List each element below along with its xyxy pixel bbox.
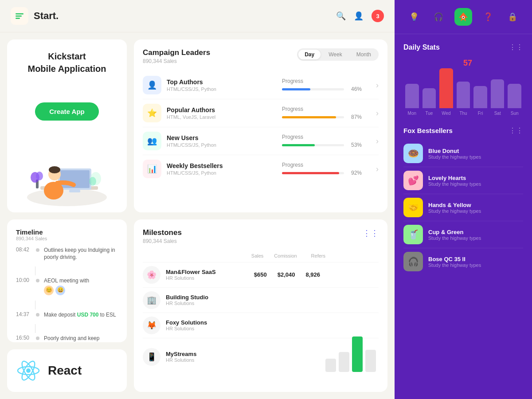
header: Start. 🔍 👤 3 — [0, 0, 395, 32]
col-commission: Comission — [274, 253, 297, 258]
search-icon[interactable]: 🔍 — [336, 11, 346, 21]
bar-rect — [491, 79, 505, 108]
progress-percent: 92% — [351, 170, 362, 176]
milestones-subtitle: 890,344 Sales — [143, 238, 182, 244]
tl-avatar: 😊 — [44, 286, 54, 295]
bar-day-label: Mon — [408, 111, 416, 116]
milestone-name: Foxy Solutions — [166, 319, 235, 326]
tab-month[interactable]: Month — [350, 50, 377, 59]
row-progress: Progress 46% — [282, 78, 371, 92]
milestone-name: Man&Flower SaaS — [166, 269, 249, 275]
logo-icon — [11, 7, 28, 25]
tl-dot — [36, 336, 39, 340]
progress-bar-fill — [282, 144, 315, 146]
bestseller-row: 💕 Lovely Hearts Study the highway types — [403, 167, 523, 194]
tl-dot — [36, 279, 39, 282]
bestseller-name: Cup & Green — [428, 229, 523, 235]
milestone-row: 🌸 Man&Flower SaaS HR Solutions $650 $2,0… — [143, 262, 379, 288]
progress-bar-bg — [282, 172, 344, 174]
progress-percent: 53% — [351, 142, 362, 148]
row-info: Weekly Bestsellers HTML/CSS/JS, Python — [167, 162, 277, 176]
bar-rect — [457, 82, 470, 108]
bar-day-label: Fri — [478, 111, 483, 116]
milestones-more-icon[interactable]: ⋮⋮ — [363, 228, 379, 238]
row-icon: 👤 — [143, 76, 161, 94]
progress-bar-fill — [282, 88, 310, 90]
bar-day-label: Sun — [511, 111, 519, 116]
milestone-info: Building Studio HR Solutions — [166, 294, 235, 306]
milestones-title-group: Milestones 890,344 Sales — [143, 228, 182, 244]
row-name: New Users — [167, 134, 277, 141]
progress-bar-group: 92% — [282, 170, 371, 176]
bar-item: Sat — [491, 79, 505, 116]
row-arrow-icon[interactable]: › — [376, 164, 379, 174]
row-progress: Progress 92% — [282, 162, 371, 176]
bar-item: Thu — [457, 82, 470, 116]
header-right: 🔍 👤 3 — [336, 10, 384, 22]
row-arrow-icon[interactable]: › — [376, 81, 379, 90]
bestseller-sub: Study the highway types — [428, 208, 523, 214]
bar-rect — [473, 86, 487, 108]
bestsellers-more-icon[interactable]: ⋮⋮ — [509, 126, 523, 135]
notification-badge[interactable]: 3 — [372, 10, 384, 22]
user-icon[interactable]: 👤 — [354, 11, 364, 21]
tl-dot — [36, 313, 39, 317]
svg-rect-7 — [69, 190, 80, 192]
milestone-info: MyStreams HR Solutions — [166, 351, 235, 363]
row-arrow-icon[interactable]: › — [376, 109, 379, 118]
content-area: Kickstart Mobile Application Create App — [0, 32, 395, 399]
bar-day-label: Thu — [459, 111, 467, 116]
row-progress: Progress 53% — [282, 134, 371, 148]
bar-item: Mon — [405, 84, 419, 116]
timeline-title: Timeline — [16, 228, 118, 236]
progress-percent: 87% — [351, 114, 362, 120]
bestseller-row: 🤝 Hands & Yellow Study the highway types — [403, 194, 523, 221]
question-icon-btn[interactable]: ❓ — [479, 8, 497, 26]
lock-icon-btn[interactable]: 🔒 — [504, 8, 521, 26]
row-tech: HTML/CSS/JS, Python — [167, 86, 277, 92]
milestone-row: 🏢 Building Studio HR Solutions — [143, 288, 379, 313]
tl-time: 10:00 — [16, 277, 31, 283]
bar-item: Fri — [473, 86, 487, 116]
daily-stats-more-icon[interactable]: ⋮⋮ — [509, 43, 523, 51]
bestseller-sub: Study the highway types — [428, 262, 523, 268]
milestone-icon: 📱 — [143, 348, 160, 366]
right-sidebar: 💡 🎧 ❓ 🔒 Daily Stats ⋮⋮ 57 Mon Tue — [395, 0, 532, 399]
campaign-tabs: Day Week Month — [297, 48, 379, 61]
timeline-item: 10:00 AEOL meeting with 😊 😄 — [16, 277, 118, 295]
row-arrow-icon[interactable]: › — [376, 137, 379, 146]
bar-rect — [405, 84, 419, 108]
row-info: New Users HTML/CSS/JS, Python — [167, 134, 277, 148]
daily-stats-title: Daily Stats — [403, 43, 440, 51]
bestseller-row: 🥤 Cup & Green Study the highway types — [403, 221, 523, 248]
progress-percent: 46% — [351, 86, 362, 92]
react-label: React — [48, 364, 82, 378]
react-logo-icon — [16, 358, 41, 383]
react-card: React — [7, 349, 127, 392]
tl-time: 08:42 — [16, 246, 31, 253]
milestone-sub: HR Solutions — [166, 326, 235, 331]
headphone-icon-btn[interactable]: 🎧 — [430, 8, 447, 26]
row-tech: HTML, VueJS, Laravel — [167, 114, 277, 120]
tl-text: Make deposit USD 700 to ESL — [44, 311, 116, 319]
kickstart-illustration — [23, 149, 111, 202]
bar-rect — [439, 68, 453, 108]
bestseller-image: 🍩 — [403, 144, 423, 163]
bestseller-name: Bose QC 35 II — [428, 256, 523, 262]
tab-week[interactable]: Week — [322, 50, 348, 59]
header-left: Start. — [11, 7, 59, 25]
content-bottom: Timeline 890,344 Sales 08:42 Outlines ke… — [7, 219, 387, 392]
create-app-button[interactable]: Create App — [35, 102, 98, 121]
fox-icon-btn[interactable] — [454, 8, 472, 26]
bulb-icon-btn[interactable]: 💡 — [405, 8, 423, 26]
milestone-bar — [365, 350, 376, 372]
tab-day[interactable]: Day — [298, 50, 321, 59]
milestone-stats: $650 $2,040 8,926 — [254, 271, 320, 278]
milestone-bar — [325, 359, 336, 372]
progress-label: Progress — [282, 162, 371, 168]
col-refers: Refers — [308, 253, 325, 258]
milestones-card: Milestones 890,344 Sales ⋮⋮ Sales Comiss… — [134, 219, 387, 392]
bestseller-info: Cup & Green Study the highway types — [428, 229, 523, 241]
progress-bar-fill — [282, 116, 336, 118]
bar-day-label: Tue — [425, 111, 433, 116]
